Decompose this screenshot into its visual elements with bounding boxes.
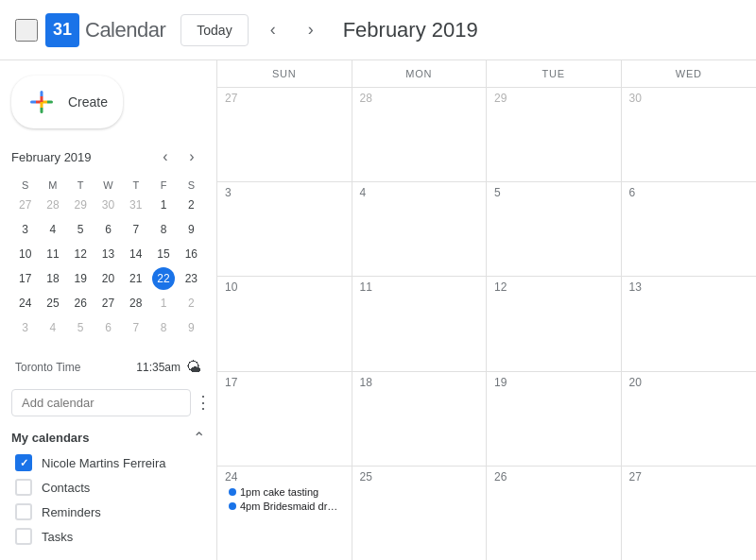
day-cell[interactable]: 25 <box>352 467 488 560</box>
day-cell[interactable]: 28 <box>352 88 488 181</box>
mini-day-cell[interactable]: 1 <box>149 291 177 315</box>
mini-day-cell[interactable]: 17 <box>11 266 39 291</box>
mini-day-cell[interactable]: 9 <box>178 217 205 242</box>
more-options-button[interactable]: ⋮ <box>195 387 212 417</box>
day-cell[interactable]: 20 <box>622 372 757 466</box>
prev-month-button[interactable]: ‹ <box>256 13 290 47</box>
day-cell[interactable]: 5 <box>487 182 622 276</box>
mini-day-header: W <box>94 178 122 193</box>
mini-day-cell[interactable]: 5 <box>67 217 94 242</box>
mini-day-cell[interactable]: 7 <box>122 217 149 242</box>
day-cell[interactable]: 18 <box>352 372 488 466</box>
mini-day-cell[interactable]: 18 <box>39 266 66 291</box>
mini-day-cell[interactable]: 23 <box>178 266 205 291</box>
day-cell[interactable]: 6 <box>622 182 757 276</box>
mini-day-cell[interactable]: 28 <box>122 291 149 315</box>
mini-day-cell[interactable]: 30 <box>94 193 122 217</box>
mini-day-cell[interactable]: 27 <box>11 193 39 217</box>
day-cell[interactable]: 3 <box>217 182 352 276</box>
mini-day-cell[interactable]: 13 <box>94 242 122 266</box>
day-cell[interactable]: 17 <box>217 372 352 466</box>
day-cell[interactable]: 11 <box>352 277 488 370</box>
mini-day-cell[interactable]: 6 <box>94 217 122 242</box>
mini-day-cell[interactable]: 8 <box>149 315 177 340</box>
mini-prev-button[interactable]: ‹ <box>152 144 179 170</box>
event[interactable]: 1pm cake tasting <box>225 485 344 499</box>
day-number: 27 <box>225 92 344 105</box>
day-cell[interactable]: 241pm cake tasting4pm Bridesmaid dresse <box>217 467 352 560</box>
mini-cal-header: February 2019 ‹ › <box>11 144 205 170</box>
calendar-item[interactable]: Reminders <box>11 500 205 524</box>
calendar-checkbox[interactable] <box>15 454 32 471</box>
menu-button[interactable] <box>15 19 38 42</box>
day-number: 6 <box>629 186 749 199</box>
app-logo: 31 Calendar <box>45 13 165 47</box>
mini-day-cell[interactable]: 7 <box>122 315 149 340</box>
day-cell[interactable]: 26 <box>487 467 622 560</box>
mini-day-cell[interactable]: 29 <box>67 193 94 217</box>
mini-day-cell[interactable]: 9 <box>178 315 205 340</box>
day-number: 28 <box>360 92 479 105</box>
day-cell[interactable]: 12 <box>487 277 622 370</box>
calendar-day-headers: SUNMONTUEWED <box>217 60 756 88</box>
create-icon <box>26 87 57 117</box>
mini-day-cell[interactable]: 10 <box>11 242 39 266</box>
calendar-item[interactable]: Tasks <box>11 524 205 549</box>
mini-day-cell[interactable]: 21 <box>122 266 149 291</box>
timezone-label: Toronto Time <box>15 361 80 374</box>
mini-day-cell[interactable]: 3 <box>11 217 39 242</box>
event-text: 1pm cake tasting <box>240 486 318 498</box>
mini-next-button[interactable]: › <box>179 144 205 170</box>
day-cell[interactable]: 27 <box>622 467 757 560</box>
calendar-checkbox[interactable] <box>15 479 32 496</box>
my-calendars-header[interactable]: My calendars ⌃ <box>11 429 205 447</box>
event[interactable]: 4pm Bridesmaid dresse <box>225 500 344 513</box>
mini-day-cell[interactable]: 16 <box>178 242 205 266</box>
mini-day-cell[interactable]: 4 <box>39 217 66 242</box>
mini-day-cell[interactable]: 5 <box>67 315 94 340</box>
mini-day-cell[interactable]: 11 <box>39 242 66 266</box>
mini-day-cell[interactable]: 31 <box>122 193 149 217</box>
day-cell[interactable]: 27 <box>217 88 352 181</box>
mini-day-cell[interactable]: 27 <box>94 291 122 315</box>
mini-day-cell[interactable]: 15 <box>149 242 177 266</box>
day-cell[interactable]: 4 <box>352 182 488 276</box>
mini-day-cell[interactable]: 28 <box>39 193 66 217</box>
day-cell[interactable]: 13 <box>622 277 757 370</box>
next-month-button[interactable]: › <box>294 13 328 47</box>
mini-day-header: T <box>67 178 94 193</box>
mini-day-cell[interactable]: 1 <box>149 193 177 217</box>
calendar-item[interactable]: Contacts <box>11 475 205 500</box>
mini-day-cell[interactable]: 3 <box>11 315 39 340</box>
create-button[interactable]: Create <box>11 76 123 128</box>
day-number: 11 <box>360 280 479 294</box>
day-cell[interactable]: 10 <box>217 277 352 370</box>
mini-day-cell[interactable]: 25 <box>39 291 66 315</box>
mini-day-cell[interactable]: 19 <box>67 266 94 291</box>
day-cell[interactable]: 30 <box>622 88 757 181</box>
app-name: Calendar <box>85 18 165 42</box>
mini-day-cell[interactable]: 14 <box>122 242 149 266</box>
mini-day-cell[interactable]: 2 <box>178 291 205 315</box>
event-dot <box>229 502 236 510</box>
mini-day-cell[interactable]: 26 <box>67 291 94 315</box>
main-area: Create February 2019 ‹ › SMTWTFS 2728293… <box>0 60 756 560</box>
calendar-checkbox[interactable] <box>15 503 32 520</box>
mini-day-cell[interactable]: 22 <box>149 266 177 291</box>
calendar-item[interactable]: Nicole Martins Ferreira <box>11 450 205 475</box>
day-cell[interactable]: 29 <box>487 88 622 181</box>
logo-box: 31 <box>45 13 79 47</box>
mini-day-cell[interactable]: 4 <box>39 315 66 340</box>
top-nav: 31 Calendar Today ‹ › February 2019 <box>0 0 756 60</box>
today-button[interactable]: Today <box>180 14 248 46</box>
mini-day-cell[interactable]: 12 <box>67 242 94 266</box>
mini-day-cell[interactable]: 8 <box>149 217 177 242</box>
add-calendar-input[interactable] <box>11 389 191 416</box>
calendar-checkbox[interactable] <box>15 528 32 545</box>
calendar-day-header: SUN <box>217 60 352 87</box>
day-cell[interactable]: 19 <box>487 372 622 466</box>
mini-day-cell[interactable]: 6 <box>94 315 122 340</box>
mini-day-cell[interactable]: 2 <box>178 193 205 217</box>
mini-day-cell[interactable]: 20 <box>94 266 122 291</box>
mini-day-cell[interactable]: 24 <box>11 291 39 315</box>
